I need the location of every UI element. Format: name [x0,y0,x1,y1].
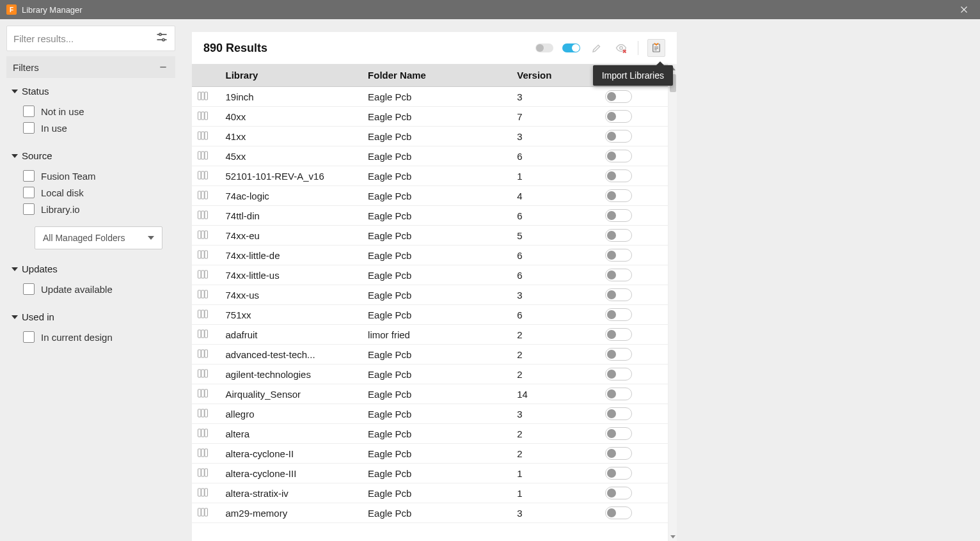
library-table-scroll[interactable]: Library Folder Name Version 19inchEagle … [192,64,668,541]
in-use-toggle[interactable] [605,90,632,103]
in-use-toggle[interactable] [605,209,632,222]
table-row[interactable]: altera-cyclone-IIEagle Pcb2 [192,444,668,464]
svg-rect-71 [205,469,208,476]
import-libraries-button[interactable] [647,39,665,57]
checkbox-in-current-design[interactable]: In current design [12,329,170,345]
cell-version: 2 [512,424,600,444]
in-use-toggle[interactable] [605,269,632,281]
cell-folder: Eagle Pcb [363,226,512,246]
managed-folders-select[interactable]: All Managed Folders [35,226,162,249]
table-row[interactable]: agilent-technologiesEagle Pcb2 [192,365,668,384]
checkbox-update-available[interactable]: Update available [12,281,170,297]
in-use-toggle[interactable] [605,348,632,361]
table-row[interactable]: 74xx-euEagle Pcb5 [192,226,668,246]
col-version[interactable]: Version [512,64,600,87]
table-row[interactable]: altera-stratix-ivEagle Pcb1 [192,483,668,503]
table-row[interactable]: 74ttl-dinEagle Pcb6 [192,206,668,226]
cell-folder: Eagle Pcb [363,444,512,464]
close-button[interactable] [954,0,974,19]
checkbox-library-io[interactable]: Library.io [12,201,170,217]
in-use-toggle[interactable] [605,407,632,420]
in-use-toggle[interactable] [605,388,632,400]
table-row[interactable]: 751xxEagle Pcb6 [192,305,668,325]
titlebar[interactable]: F Library Manager [0,0,980,19]
in-use-toggle[interactable] [605,368,632,380]
cell-library: 74xx-eu [221,226,363,246]
svg-rect-44 [205,290,208,298]
table-row[interactable]: adafruitlimor fried2 [192,325,668,345]
checkbox-not-in-use[interactable]: Not in use [12,103,170,120]
scrollbar[interactable] [668,64,677,541]
cell-version: 6 [512,146,600,166]
sliders-icon[interactable] [155,31,168,46]
cell-library: 52101-101-REV-A_v16 [221,166,363,186]
filter-group-title-source[interactable]: Source [12,150,170,161]
col-library[interactable]: Library [221,64,363,87]
in-use-toggle[interactable] [605,169,632,182]
table-row[interactable]: allegroEagle Pcb3 [192,404,668,424]
in-use-toggle[interactable] [605,150,632,162]
cell-toggle [600,305,668,325]
toggle-all[interactable] [562,43,580,52]
in-use-toggle[interactable] [605,288,632,301]
checkbox-local-disk[interactable]: Local disk [12,184,170,201]
table-row[interactable]: 52101-101-REV-A_v16Eagle Pcb1 [192,166,668,186]
filter-input[interactable] [13,33,155,44]
cell-version: 1 [512,483,600,503]
svg-rect-75 [198,508,202,516]
hide-icon[interactable] [613,40,629,56]
in-use-toggle[interactable] [605,447,632,460]
in-use-toggle[interactable] [605,229,632,242]
in-use-toggle[interactable] [605,110,632,123]
table-row[interactable]: 74xx-little-usEagle Pcb6 [192,265,668,285]
in-use-toggle[interactable] [605,130,632,143]
filters-header[interactable]: Filters [6,56,175,78]
filter-group-title-updates[interactable]: Updates [12,263,170,274]
in-use-toggle[interactable] [605,467,632,480]
svg-rect-70 [202,469,205,476]
table-row[interactable]: 74ac-logicEagle Pcb4 [192,186,668,206]
filter-group-title-used-in[interactable]: Used in [12,311,170,322]
in-use-toggle[interactable] [605,249,632,262]
cell-toggle [600,285,668,305]
table-row[interactable]: advanced-test-tech...Eagle Pcb2 [192,345,668,365]
in-use-toggle[interactable] [605,308,632,321]
svg-rect-16 [202,112,205,120]
scroll-down-icon[interactable] [668,532,677,541]
in-use-toggle[interactable] [605,506,632,519]
table-row[interactable]: 41xxEagle Pcb3 [192,127,668,146]
table-row[interactable]: 40xxEagle Pcb7 [192,107,668,127]
svg-rect-29 [205,191,208,199]
table-row[interactable]: Airquality_SensorEagle Pcb14 [192,384,668,404]
table-row[interactable]: altera-cyclone-IIIEagle Pcb1 [192,464,668,483]
cell-toggle [600,345,668,365]
col-folder[interactable]: Folder Name [363,64,512,87]
table-row[interactable]: 45xxEagle Pcb6 [192,146,668,166]
filter-group-used-in: Used in In current design [6,304,175,352]
svg-rect-36 [198,251,202,258]
edit-icon[interactable] [589,40,605,56]
collapse-icon[interactable] [157,61,169,73]
cell-toggle [600,325,668,345]
table-row[interactable]: 74xx-little-deEagle Pcb6 [192,246,668,265]
in-use-toggle[interactable] [605,427,632,440]
in-use-toggle[interactable] [605,328,632,341]
table-row[interactable]: 74xx-usEagle Pcb3 [192,285,668,305]
checkbox-fusion-team[interactable]: Fusion Team [12,168,170,184]
cell-folder: Eagle Pcb [363,186,512,206]
library-icon [192,305,221,325]
filter-group-title-status[interactable]: Status [12,86,170,97]
svg-rect-60 [198,409,202,417]
svg-rect-32 [205,211,208,219]
table-row[interactable]: am29-memoryEagle Pcb3 [192,503,668,523]
filter-input-wrap[interactable] [6,26,175,51]
in-use-toggle[interactable] [605,189,632,202]
svg-rect-56 [205,370,208,377]
cell-library: 40xx [221,107,363,127]
table-row[interactable]: alteraEagle Pcb2 [192,424,668,444]
cell-version: 3 [512,404,600,424]
checkbox-in-use[interactable]: In use [12,120,170,136]
in-use-toggle[interactable] [605,487,632,499]
svg-rect-54 [198,370,202,377]
table-row[interactable]: 19inchEagle Pcb3 [192,87,668,107]
